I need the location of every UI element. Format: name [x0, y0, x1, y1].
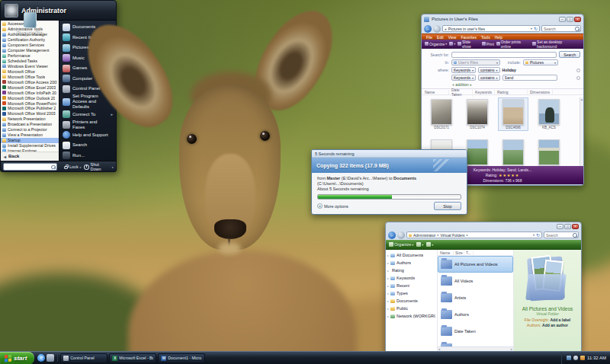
network-tray-icon[interactable]: [567, 356, 571, 360]
back-button[interactable]: ←: [388, 231, 396, 239]
breadcrumb-user[interactable]: Administrator: [413, 233, 435, 238]
address-bar[interactable]: Administrator ▸ Virtual Folders ▸ ▾ ↻: [406, 231, 542, 238]
back-button[interactable]: ←: [424, 25, 432, 33]
expand-icon[interactable]: ▸: [387, 254, 389, 257]
taskbar-clock[interactable]: 11:32 AM: [587, 356, 606, 360]
criterion-value-input[interactable]: [502, 75, 557, 81]
column-header[interactable]: Rating: [497, 90, 528, 94]
tree-item[interactable]: ▸ All Documents: [386, 251, 437, 259]
photo-thumbnail[interactable]: KB_ACS: [534, 97, 564, 131]
minimize-button[interactable]: –: [557, 224, 563, 229]
search-for-input[interactable]: [451, 52, 557, 58]
photo-thumbnail[interactable]: DSC4696: [498, 97, 528, 131]
ie-quicklaunch-icon[interactable]: e: [37, 354, 45, 362]
list-item[interactable]: All Pictures and Videos: [438, 256, 513, 273]
expand-icon[interactable]: ▸: [387, 307, 389, 311]
criterion-field-combo[interactable]: Keywords▾: [451, 67, 476, 73]
start-button[interactable]: start: [0, 352, 34, 364]
security-tray-icon[interactable]: [580, 356, 585, 360]
photo-thumbnail[interactable]: [498, 138, 528, 167]
close-button[interactable]: ×: [572, 224, 579, 229]
expand-icon[interactable]: ▸: [387, 261, 389, 265]
tree-item[interactable]: ▸ Public: [386, 305, 437, 312]
in-combo[interactable]: User's Files ▾: [451, 59, 500, 65]
search-go-button[interactable]: Search: [559, 51, 580, 58]
forward-button[interactable]: →: [433, 25, 441, 33]
photo-thumbnail[interactable]: [534, 138, 564, 167]
column-header[interactable]: Size: [455, 251, 464, 255]
organize-button[interactable]: Organize ▾: [389, 242, 413, 247]
task-button[interactable]: X Microsoft Excel - Bo...: [109, 353, 156, 363]
vf-titlebar[interactable]: – □ ×: [386, 222, 581, 230]
include-combo[interactable]: Pictures ▾: [523, 59, 558, 65]
show-desktop-icon[interactable]: [47, 354, 54, 362]
list-item[interactable]: Authors: [438, 306, 513, 323]
refresh-icon[interactable]: ↻: [536, 232, 540, 238]
tree-item[interactable]: ▸ Keywords: [386, 274, 437, 282]
volume-tray-icon[interactable]: [573, 356, 578, 360]
criterion-field-combo[interactable]: Keywords▾: [451, 75, 476, 81]
breadcrumb-folder[interactable]: Virtual Folders: [440, 233, 464, 238]
task-button[interactable]: W Document1 - Micro...: [158, 353, 205, 363]
toolbar-button[interactable]: Set as desktop background: [532, 40, 580, 49]
window-search[interactable]: [541, 25, 581, 32]
column-header[interactable]: Name: [440, 251, 454, 255]
criterion-remove-radio[interactable]: [576, 69, 580, 72]
column-header[interactable]: Keywords: [475, 90, 495, 94]
menu-item[interactable]: Edit: [437, 35, 444, 40]
list-item[interactable]: Date Taken: [438, 323, 513, 340]
tree-item[interactable]: ▸ Authors: [386, 259, 437, 267]
list-item[interactable]: All Videos: [438, 273, 513, 289]
expand-icon[interactable]: ▸: [387, 276, 389, 280]
toolbar-button[interactable]: Slide show: [458, 40, 479, 49]
expand-icon[interactable]: ▸: [387, 269, 389, 273]
tree-item[interactable]: ▸ Rating: [386, 267, 437, 274]
more-options-button[interactable]: ▾ More options: [317, 203, 348, 209]
tree-item[interactable]: ▸ Network (WORKGROUP): [386, 312, 437, 320]
vertical-scrollbar[interactable]: ▲: [580, 97, 583, 166]
expand-icon[interactable]: ▸: [387, 315, 389, 318]
expand-icon[interactable]: ▸: [387, 292, 389, 295]
layout-button[interactable]: ▾: [426, 242, 433, 247]
column-header[interactable]: Name: [425, 90, 449, 94]
add-author-link[interactable]: Add an author: [542, 323, 568, 327]
rating-stars[interactable]: ★★★★★: [499, 173, 519, 177]
maximize-button[interactable]: □: [564, 224, 571, 229]
copy-dialog-titlebar[interactable]: 5 Seconds remaining: [312, 150, 467, 158]
menu-item[interactable]: View: [448, 35, 457, 40]
refresh-icon[interactable]: ↻: [534, 26, 538, 31]
search-input[interactable]: [546, 233, 571, 238]
tree-item[interactable]: ▸ Types: [386, 289, 437, 297]
search-input[interactable]: [544, 27, 573, 31]
tree-item[interactable]: ▸ Recent: [386, 282, 437, 289]
stop-button[interactable]: Stop: [434, 202, 461, 210]
views-button[interactable]: ▾: [449, 42, 455, 46]
criterion-op-combo[interactable]: contains▾: [478, 67, 500, 73]
expand-icon[interactable]: ▸: [387, 284, 389, 288]
add-label-link[interactable]: Add a label: [550, 318, 570, 322]
forward-button[interactable]: →: [397, 231, 405, 239]
menu-item[interactable]: Tools: [481, 35, 490, 40]
photo-thumbnail[interactable]: DSC1074: [462, 97, 493, 131]
list-item[interactable]: Artists: [438, 289, 513, 306]
column-header[interactable]: Date Taken: [451, 88, 473, 97]
task-button[interactable]: Control Panel: [60, 353, 108, 363]
close-button[interactable]: ×: [574, 17, 581, 22]
address-bar[interactable]: « Pictures in user's files ▾ ↻: [442, 25, 540, 32]
column-header[interactable]: Dimensions: [530, 90, 553, 94]
address-dropdown-icon[interactable]: ▾: [533, 233, 535, 237]
pictures-titlebar[interactable]: Pictures in User's Files – □ ×: [422, 14, 583, 24]
criterion-op-combo[interactable]: contains▾: [478, 75, 500, 81]
tree-item[interactable]: ▸ Documents: [386, 297, 437, 305]
criterion-remove-radio[interactable]: [576, 76, 580, 80]
expand-icon[interactable]: ▸: [387, 299, 389, 303]
maximize-button[interactable]: □: [567, 17, 573, 22]
toolbar-button[interactable]: Print: [482, 42, 494, 46]
photo-thumbnail[interactable]: DSC0171: [426, 97, 457, 131]
add-criterion-link[interactable]: + addition ▾: [452, 82, 580, 87]
organize-button[interactable]: Organize ▾: [425, 42, 447, 46]
column-header[interactable]: T...: [466, 251, 474, 255]
views-button[interactable]: ▾: [416, 242, 423, 247]
address-dropdown-icon[interactable]: ▾: [531, 27, 532, 30]
menu-item[interactable]: File: [426, 35, 432, 40]
